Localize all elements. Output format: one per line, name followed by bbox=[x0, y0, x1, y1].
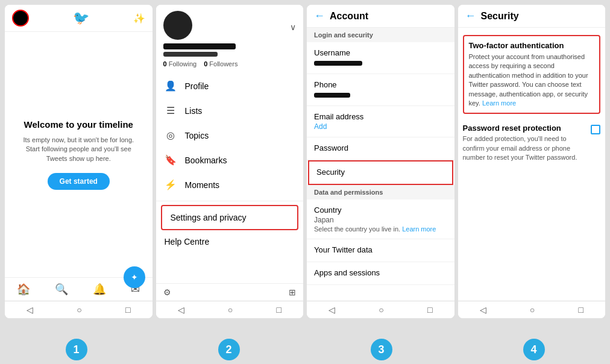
expand-icon[interactable]: ∨ bbox=[290, 22, 296, 32]
email-label: Email address bbox=[314, 112, 447, 121]
following-count: 0 Following bbox=[163, 60, 197, 67]
welcome-text: Its empty now, but it won't be for long.… bbox=[17, 136, 140, 163]
android-nav-1: ◁ ○ □ bbox=[5, 301, 152, 318]
back-arrow-4[interactable]: ← bbox=[465, 10, 476, 22]
compose-fab[interactable]: ✦ bbox=[124, 266, 145, 288]
tfa-title: Two-factor authentication bbox=[469, 41, 595, 50]
profile-icon: 👤 bbox=[165, 80, 177, 92]
step-2: 2 bbox=[218, 339, 240, 360]
android-nav-4: ◁ ○ □ bbox=[458, 301, 606, 318]
pwd-reset-checkbox[interactable] bbox=[591, 125, 600, 134]
android-recents-4[interactable]: □ bbox=[572, 304, 589, 316]
name-bar bbox=[163, 43, 236, 49]
security-label: Security bbox=[316, 168, 445, 177]
menu-lists-label: Lists bbox=[185, 106, 203, 116]
login-security-section: Login and security bbox=[307, 28, 454, 42]
tfa-learn-more[interactable]: Learn more bbox=[482, 99, 516, 107]
screen4-title: Security bbox=[481, 11, 519, 22]
android-home-2[interactable]: ○ bbox=[222, 304, 239, 316]
screen1-header: 🐦 ✨ bbox=[5, 5, 152, 32]
email-row[interactable]: Email address Add bbox=[307, 106, 454, 137]
android-home-3[interactable]: ○ bbox=[373, 304, 389, 316]
moments-icon: ⚡ bbox=[165, 179, 177, 190]
pwd-desc: For added protection, you'll need to con… bbox=[463, 134, 586, 162]
android-back[interactable]: ◁ bbox=[20, 304, 39, 316]
phone-label: Phone bbox=[314, 80, 447, 89]
menu-help-centre[interactable]: Help Centre bbox=[156, 230, 304, 253]
menu-topics[interactable]: ◎ Topics bbox=[156, 123, 304, 148]
menu-profile-label: Profile bbox=[185, 81, 209, 91]
android-back-2[interactable]: ◁ bbox=[172, 304, 190, 316]
menu-settings-privacy[interactable]: Settings and privacy bbox=[161, 205, 299, 230]
followers-count: 0 Followers bbox=[204, 60, 237, 67]
steps-row: 1 2 3 4 bbox=[0, 333, 610, 364]
screen4-header: ← Security bbox=[458, 5, 606, 28]
android-home[interactable]: ○ bbox=[71, 304, 87, 316]
tfa-desc: Protect your account from unauthorised a… bbox=[469, 52, 595, 108]
lists-icon: ☰ bbox=[165, 105, 177, 116]
country-value: Japan bbox=[314, 216, 447, 224]
screen2-footer: ⚙ ⊞ bbox=[156, 283, 304, 301]
country-hint: Select the country you live in. Learn mo… bbox=[314, 225, 447, 233]
screen3-content: Login and security Username Phone Email … bbox=[307, 28, 454, 301]
menu-moments[interactable]: ⚡ Moments bbox=[156, 172, 304, 197]
help-centre-label: Help Centre bbox=[165, 237, 210, 246]
username-row[interactable]: Username bbox=[307, 42, 454, 74]
twitter-data-label: Your Twitter data bbox=[314, 245, 447, 254]
data-permissions-section: Data and permissions bbox=[307, 185, 454, 199]
screen-3: ← Account Login and security Username Ph… bbox=[307, 5, 454, 318]
topics-icon: ◎ bbox=[165, 130, 177, 141]
apps-sessions-label: Apps and sessions bbox=[314, 268, 447, 277]
menu-bookmarks[interactable]: 🔖 Bookmarks bbox=[156, 148, 304, 172]
country-link[interactable]: Learn more bbox=[402, 225, 436, 233]
password-label: Password bbox=[314, 143, 447, 152]
country-row[interactable]: Country Japan Select the country you liv… bbox=[307, 199, 454, 239]
menu-bookmarks-label: Bookmarks bbox=[185, 155, 227, 165]
tfa-box: Two-factor authentication Protect your a… bbox=[463, 35, 601, 114]
screen-4: ← Security Two-factor authentication Pro… bbox=[458, 5, 606, 318]
menu-profile[interactable]: 👤 Profile bbox=[156, 74, 304, 98]
twitter-data-row[interactable]: Your Twitter data bbox=[307, 239, 454, 262]
android-nav-3: ◁ ○ □ bbox=[307, 301, 454, 318]
menu-list: 👤 Profile ☰ Lists ◎ Topics 🔖 Bookmarks ⚡… bbox=[156, 74, 304, 283]
security-row[interactable]: Security bbox=[308, 160, 453, 185]
settings-cog-icon[interactable]: ⚙ bbox=[163, 287, 171, 297]
profile-avatar bbox=[163, 11, 192, 40]
screen3-header: ← Account bbox=[307, 5, 454, 28]
android-recents-3[interactable]: □ bbox=[421, 304, 438, 316]
screen-2: ∨ 0 Following 0 Followers 👤 Profile ☰ Li… bbox=[156, 5, 304, 318]
phone-row[interactable]: Phone bbox=[307, 74, 454, 106]
android-recents-2[interactable]: □ bbox=[270, 304, 287, 316]
welcome-title: Welcome to your timeline bbox=[24, 119, 133, 130]
notifications-nav-icon[interactable]: 🔔 bbox=[88, 281, 111, 297]
android-nav-2: ◁ ○ □ bbox=[156, 301, 304, 318]
twitter-logo: 🐦 bbox=[73, 10, 89, 26]
menu-lists[interactable]: ☰ Lists bbox=[156, 98, 304, 123]
android-recents[interactable]: □ bbox=[119, 304, 136, 316]
handle-bar bbox=[163, 52, 218, 57]
welcome-content: Welcome to your timeline Its empty now, … bbox=[5, 32, 152, 277]
apps-sessions-row[interactable]: Apps and sessions bbox=[307, 262, 454, 285]
back-arrow-3[interactable]: ← bbox=[314, 10, 325, 22]
email-add: Add bbox=[314, 122, 447, 131]
username-value bbox=[314, 61, 362, 66]
step-4: 4 bbox=[523, 339, 545, 360]
qr-icon[interactable]: ⊞ bbox=[289, 287, 296, 297]
phone-value bbox=[314, 93, 350, 98]
pwd-reset-content: Password reset protection For added prot… bbox=[463, 124, 586, 162]
home-nav-icon[interactable]: 🏠 bbox=[12, 281, 35, 297]
menu-moments-label: Moments bbox=[185, 180, 220, 190]
menu-topics-label: Topics bbox=[185, 131, 209, 140]
get-started-button[interactable]: Get started bbox=[48, 173, 110, 190]
screen2-header: ∨ 0 Following 0 Followers bbox=[156, 5, 304, 74]
bookmarks-icon: 🔖 bbox=[165, 154, 177, 166]
username-label: Username bbox=[314, 48, 447, 57]
android-home-4[interactable]: ○ bbox=[524, 304, 541, 316]
search-nav-icon[interactable]: 🔍 bbox=[50, 281, 73, 297]
password-row[interactable]: Password bbox=[307, 137, 454, 160]
screen-1: 🐦 ✨ Welcome to your timeline Its empty n… bbox=[5, 5, 152, 318]
screen3-title: Account bbox=[330, 11, 368, 22]
country-label: Country bbox=[314, 206, 447, 215]
android-back-3[interactable]: ◁ bbox=[322, 304, 341, 316]
android-back-4[interactable]: ◁ bbox=[474, 304, 492, 316]
